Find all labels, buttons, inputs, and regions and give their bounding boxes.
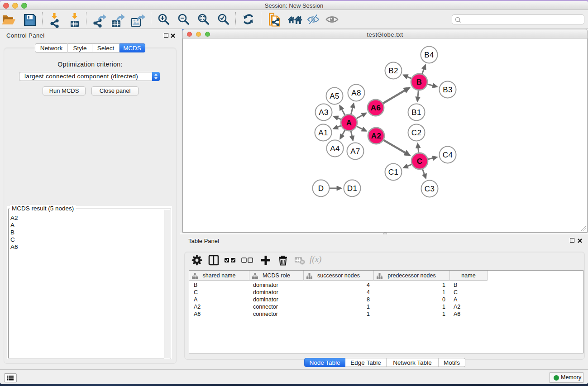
svg-text:B3: B3 [443,86,453,94]
svg-text:C1: C1 [388,168,399,176]
svg-text:D1: D1 [347,184,358,193]
svg-text:A8: A8 [351,89,361,97]
svg-text:A1: A1 [318,129,328,137]
svg-text:A5: A5 [330,92,339,100]
svg-text:C2: C2 [411,129,422,137]
svg-text:C4: C4 [443,151,453,159]
svg-text:B2: B2 [388,67,398,75]
svg-text:C: C [417,157,423,166]
svg-text:B1: B1 [411,108,421,117]
svg-text:A7: A7 [350,147,360,156]
svg-text:A2: A2 [371,132,382,140]
svg-text:A4: A4 [330,144,340,153]
svg-text:B4: B4 [424,51,434,59]
svg-text:A6: A6 [371,104,381,112]
svg-text:A3: A3 [319,108,329,117]
svg-text:C3: C3 [425,185,435,193]
svg-text:A: A [346,119,352,127]
svg-text:B: B [416,78,422,86]
svg-text:D: D [318,184,324,193]
